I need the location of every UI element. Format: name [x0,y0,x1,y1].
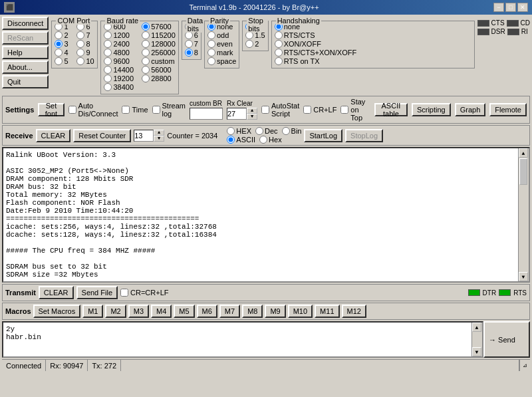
baud-2400: 2400 [104,40,138,48]
counter-down[interactable]: ▼ [154,136,164,142]
cts-indicator: CTS CD [477,19,530,27]
terminal-scrollbar[interactable]: ▲ ▼ [518,148,529,281]
cr-cr-lf-cb[interactable] [120,289,128,297]
macro-m1[interactable]: M1 [82,305,103,318]
macro-m9[interactable]: M9 [265,305,285,318]
input-scroll-up[interactable]: ▲ [472,323,481,332]
cts-led [477,20,489,27]
window-controls: − □ ✕ [493,3,528,12]
remote-button[interactable]: Flemote [489,103,527,116]
macro-m12[interactable]: M12 [342,305,366,318]
rx-clear-down[interactable]: ▼ [247,114,257,120]
reset-counter-button[interactable]: Reset Counter [73,129,131,142]
rescan-button[interactable]: ReScan [2,31,49,45]
cts-label: CTS [491,19,505,27]
rx-clear-label: Rx Clear [227,100,257,107]
auto-dis-connect-label: Auto Dis/Connect [78,102,118,118]
rx-clear-up[interactable]: ▲ [247,108,257,114]
stay-on-top-cb[interactable] [340,106,348,114]
app-icon: ⬛ [4,2,15,13]
dtr-label: DTR [483,289,497,297]
dsr-indicator: DSR RI [477,28,530,35]
counter-input[interactable] [134,130,154,142]
terminal-output: Ralink UBoot Version: 3.3 ASIC 3052_MP2 … [3,148,529,281]
left-buttons: Disconnect ReScan Help About... Quit [2,17,49,88]
rx-count: Rx: 90947 [46,360,88,371]
send-button[interactable]: → Send [483,321,530,358]
stay-on-top-label: Stay on Top [350,98,370,122]
stop-bits-label: Stop bits [247,17,267,33]
auto-stat-row: AutoStat Script [261,102,299,118]
stay-on-top-row: Stay on Top [340,98,370,122]
scroll-up-btn[interactable]: ▲ [519,148,528,158]
set-font-button[interactable]: Set font [38,103,64,116]
send-file-button[interactable]: Send File [76,286,118,299]
custom-br-group: custom BR 9600 [190,100,223,120]
receive-controls: Receive CLEAR Reset Counter ▲ ▼ Counter … [5,127,527,144]
about-button[interactable]: About... [2,61,49,74]
auto-stat-cb[interactable] [261,106,269,114]
counter-up[interactable]: ▲ [154,130,164,136]
close-button[interactable]: ✕ [517,3,528,12]
stop-bits-panel: Stop bits 1 1.5 2 [242,21,268,51]
cd-led [507,20,519,27]
com-port-2: 2 [55,31,72,39]
window-title: Terminal v1.9b - 20041226 - by Br@y++ [15,3,493,11]
scripting-button[interactable]: Scripting [412,103,451,116]
handshaking-group: none RTS/CTS XON/XOFF RTS/CTS+XON/XOFF R… [275,23,471,65]
custom-br-input[interactable]: 9600 [190,108,223,120]
disconnect-button[interactable]: Disconnect [2,17,49,30]
quit-button[interactable]: Quit [2,75,49,88]
dtr-led [468,289,480,296]
transmit-clear-button[interactable]: CLEAR [39,286,74,299]
com-port-7: 7 [76,31,94,39]
macro-m10[interactable]: M10 [288,305,313,318]
help-button[interactable]: Help [2,46,49,59]
scroll-track [519,158,529,272]
macro-m11[interactable]: M11 [315,305,339,318]
macro-m5[interactable]: M5 [174,305,194,318]
baud-14400: 14400 [104,66,138,74]
macro-m2[interactable]: M2 [105,305,126,318]
cr-cr-lf-label: CR=CR+LF [130,289,168,297]
connection-status: Connected [2,360,46,371]
status-spacer [121,360,519,371]
scroll-thumb[interactable] [519,158,527,185]
rx-clear-input[interactable] [227,108,247,120]
baud-56000: 56000 [142,66,176,74]
maximize-button[interactable]: □ [505,3,516,12]
ascii-table-button[interactable]: ASCII table [374,103,408,116]
baud-rate-label: Baud rate [105,17,140,25]
stop-log-button[interactable]: StopLog [345,129,383,142]
start-log-button[interactable]: StartLog [304,129,342,142]
baud-19200: 19200 [104,74,138,82]
macro-m3[interactable]: M3 [128,305,149,318]
macro-m7[interactable]: M7 [219,305,240,318]
cr-lf-cb[interactable] [303,106,311,114]
macro-m4[interactable]: M4 [151,305,172,318]
title-bar: ⬛ Terminal v1.9b - 20041226 - by Br@y++ … [0,0,532,15]
scroll-down-btn[interactable]: ▼ [519,272,528,281]
status-resize-grip[interactable]: ⊿ [519,360,530,371]
minimize-button[interactable]: − [493,3,504,12]
graph-button[interactable]: Graph [455,103,486,116]
stream-log-cb[interactable] [152,106,160,114]
input-scroll-down[interactable]: ▼ [472,347,481,356]
com-port-3: 3 [55,40,72,48]
input-scrollbar[interactable]: ▲ ▼ [471,323,482,356]
auto-dis-connect-cb[interactable] [68,106,76,114]
handshaking-label: Handshaking [276,17,321,25]
input-content: 2yhabr.bin [3,323,482,351]
set-macros-button[interactable]: Set Macros [33,305,81,318]
receive-clear-button[interactable]: CLEAR [36,129,71,142]
macro-m6[interactable]: M6 [197,305,217,318]
status-bar: Connected Rx: 90947 Tx: 272 ⊿ [2,359,530,371]
macro-m8[interactable]: M8 [242,305,263,318]
com-port-9: 9 [76,49,94,57]
rx-clear-spinbox: ▲ ▼ [227,108,257,120]
handshaking-panel: Handshaking none RTS/CTS XON/XOFF RTS/CT… [271,21,475,68]
macros-label: Macros [5,307,31,315]
baud-115200: 115200 [142,31,176,39]
baud-28800: 28800 [142,74,176,82]
time-cb[interactable] [122,106,130,114]
